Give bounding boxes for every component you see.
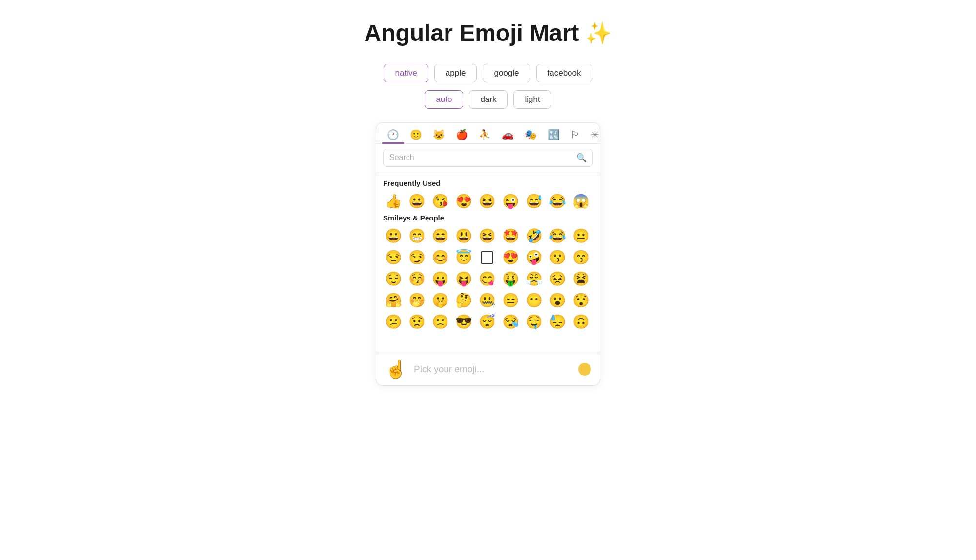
emoji-placeholder bbox=[477, 247, 497, 268]
emoji-cell[interactable]: 😜 bbox=[500, 191, 521, 212]
emoji-cell[interactable]: 😌 bbox=[383, 269, 404, 289]
cat-activities[interactable]: ⛹ bbox=[474, 127, 496, 144]
style-native-button[interactable]: native bbox=[384, 64, 428, 82]
emoji-cell[interactable]: 😇 bbox=[453, 247, 474, 268]
title-text: Angular Emoji Mart bbox=[364, 20, 579, 46]
cat-custom[interactable]: ✳ bbox=[586, 127, 600, 144]
search-input[interactable] bbox=[389, 153, 572, 162]
emoji-cell[interactable]: 😕 bbox=[383, 312, 404, 332]
emoji-cell[interactable]: 😄 bbox=[430, 226, 450, 246]
emoji-cell[interactable]: 😗 bbox=[547, 247, 568, 268]
emoji-cell[interactable]: 🤤 bbox=[524, 312, 544, 332]
emoji-cell[interactable]: 😀 bbox=[383, 226, 404, 246]
emoji-cell[interactable]: 😴 bbox=[477, 312, 497, 332]
page-title: Angular Emoji Mart ✨ bbox=[364, 20, 611, 46]
cat-recent[interactable]: 🕐 bbox=[382, 127, 404, 144]
cat-travel[interactable]: 🚗 bbox=[497, 127, 519, 144]
smileys-row-4: 🤗 🤭 🤫 🤔 🤐 😑 😶 😮 😯 bbox=[383, 290, 593, 311]
emoji-cell[interactable]: 😊 bbox=[430, 247, 450, 268]
cat-flags[interactable]: 🏳 bbox=[566, 127, 585, 144]
emoji-cell[interactable]: 😒 bbox=[383, 247, 404, 268]
style-facebook-button[interactable]: facebook bbox=[536, 64, 592, 82]
section-title-frequent: Frequently Used bbox=[383, 179, 593, 187]
emoji-cell[interactable]: 😶 bbox=[524, 290, 544, 311]
emoji-cell[interactable]: 😆 bbox=[477, 226, 497, 246]
theme-auto-button[interactable]: auto bbox=[425, 90, 463, 109]
emoji-cell[interactable]: 😙 bbox=[570, 247, 591, 268]
footer-placeholder-text: Pick your emoji... bbox=[414, 364, 571, 375]
cat-symbols[interactable]: 🔣 bbox=[543, 127, 565, 144]
emoji-cell[interactable]: 😯 bbox=[570, 290, 591, 311]
emoji-cell[interactable]: 🤑 bbox=[500, 269, 521, 289]
emoji-cell[interactable]: 😫 bbox=[570, 269, 591, 289]
theme-dark-button[interactable]: dark bbox=[469, 90, 508, 109]
emoji-cell[interactable]: 😅 bbox=[524, 191, 544, 212]
emoji-cell[interactable]: 🤔 bbox=[453, 290, 474, 311]
cat-objects[interactable]: 🎭 bbox=[520, 127, 542, 144]
smileys-row-3: 😌 😚 😛 😝 😋 🤑 😤 😣 😫 bbox=[383, 269, 593, 289]
emoji-cell[interactable]: 🤣 bbox=[524, 226, 544, 246]
style-google-button[interactable]: google bbox=[483, 64, 530, 82]
emoji-picker: 🕐 🙂 🐱 🍎 ⛹ 🚗 🎭 🔣 🏳 ✳ 🔍 Frequently Used 👍 … bbox=[376, 122, 600, 386]
theme-light-button[interactable]: light bbox=[513, 90, 551, 109]
search-input-wrap: 🔍 bbox=[383, 149, 593, 167]
emoji-cell[interactable]: 😎 bbox=[453, 312, 474, 332]
emoji-cell[interactable]: 😂 bbox=[547, 191, 568, 212]
emoji-scroll-area[interactable]: Frequently Used 👍 😀 😘 😍 😆 😜 😅 😂 😱 Smiley… bbox=[376, 172, 600, 353]
emoji-cell[interactable]: 🤭 bbox=[407, 290, 427, 311]
emoji-cell[interactable]: 🤗 bbox=[383, 290, 404, 311]
search-icon: 🔍 bbox=[576, 153, 587, 163]
style-button-group: native apple google facebook bbox=[384, 64, 592, 82]
emoji-cell[interactable]: 🤫 bbox=[430, 290, 450, 311]
emoji-cell[interactable]: 😂 bbox=[547, 226, 568, 246]
emoji-cell[interactable]: 🙁 bbox=[430, 312, 450, 332]
emoji-cell[interactable]: 😆 bbox=[477, 191, 497, 212]
footer-color-dot[interactable] bbox=[578, 363, 591, 376]
section-title-smileys: Smileys & People bbox=[383, 214, 593, 222]
emoji-cell[interactable]: 😛 bbox=[430, 269, 450, 289]
style-apple-button[interactable]: apple bbox=[434, 64, 477, 82]
emoji-cell[interactable]: 😘 bbox=[430, 191, 450, 212]
category-tabs: 🕐 🙂 🐱 🍎 ⛹ 🚗 🎭 🔣 🏳 ✳ bbox=[376, 123, 600, 144]
emoji-cell[interactable]: 😐 bbox=[570, 226, 591, 246]
sparkle-icon: ✨ bbox=[585, 20, 612, 46]
emoji-cell[interactable]: 👍 bbox=[383, 191, 404, 212]
emoji-cell[interactable]: 😮 bbox=[547, 290, 568, 311]
footer-preview-emoji: ☝️ bbox=[385, 359, 407, 380]
emoji-cell[interactable]: 😱 bbox=[570, 191, 591, 212]
emoji-cell[interactable]: 😟 bbox=[407, 312, 427, 332]
emoji-cell[interactable]: 😍 bbox=[453, 191, 474, 212]
picker-footer: ☝️ Pick your emoji... bbox=[376, 353, 600, 385]
frequent-emoji-row: 👍 😀 😘 😍 😆 😜 😅 😂 😱 bbox=[383, 191, 593, 212]
emoji-cell[interactable]: 😓 bbox=[547, 312, 568, 332]
emoji-cell[interactable]: 😤 bbox=[524, 269, 544, 289]
emoji-cell[interactable]: 😚 bbox=[407, 269, 427, 289]
emoji-cell[interactable]: 😀 bbox=[407, 191, 427, 212]
emoji-cell[interactable]: 🤩 bbox=[500, 226, 521, 246]
emoji-cell[interactable]: 🤐 bbox=[477, 290, 497, 311]
cat-smileys[interactable]: 🙂 bbox=[405, 127, 427, 144]
smileys-row-5: 😕 😟 🙁 😎 😴 😪 🤤 😓 🙃 bbox=[383, 312, 593, 332]
emoji-cell[interactable]: 😝 bbox=[453, 269, 474, 289]
emoji-cell[interactable]: 😪 bbox=[500, 312, 521, 332]
emoji-cell[interactable]: 😁 bbox=[407, 226, 427, 246]
theme-button-group: auto dark light bbox=[425, 90, 551, 109]
emoji-cell[interactable]: 😃 bbox=[453, 226, 474, 246]
emoji-cell[interactable]: 😑 bbox=[500, 290, 521, 311]
emoji-cell[interactable]: 😋 bbox=[477, 269, 497, 289]
emoji-cell[interactable]: 🙃 bbox=[570, 312, 591, 332]
emoji-cell[interactable]: 😣 bbox=[547, 269, 568, 289]
emoji-cell[interactable]: 🤪 bbox=[524, 247, 544, 268]
emoji-cell[interactable]: 😏 bbox=[407, 247, 427, 268]
emoji-cell[interactable]: 😍 bbox=[500, 247, 521, 268]
smileys-row-1: 😀 😁 😄 😃 😆 🤩 🤣 😂 😐 bbox=[383, 226, 593, 246]
cat-animals[interactable]: 🐱 bbox=[428, 127, 450, 144]
smileys-row-2: 😒 😏 😊 😇 😍 🤪 😗 😙 bbox=[383, 247, 593, 268]
search-bar: 🔍 bbox=[376, 144, 600, 172]
cat-food[interactable]: 🍎 bbox=[451, 127, 473, 144]
